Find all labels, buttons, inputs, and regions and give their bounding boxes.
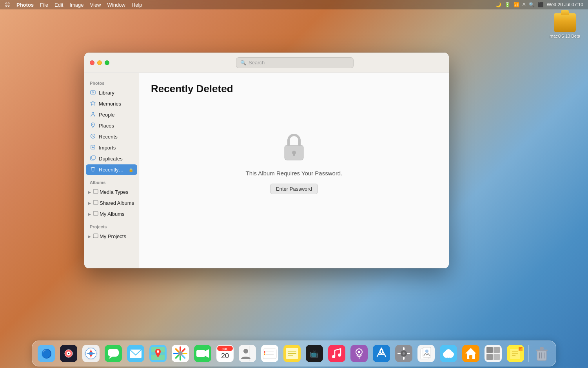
- menu-edit[interactable]: Edit: [54, 2, 63, 8]
- sidebar-item-places[interactable]: Places: [86, 120, 137, 131]
- mail-icon: [127, 345, 144, 362]
- svg-rect-112: [536, 350, 548, 351]
- menu-app-name[interactable]: Photos: [16, 2, 34, 8]
- dock-item-reminders[interactable]: [260, 343, 280, 364]
- menu-image[interactable]: Image: [69, 2, 83, 8]
- svg-text:📺: 📺: [310, 349, 319, 358]
- dock-item-calendar[interactable]: JUL 20: [215, 343, 235, 364]
- sysprefs-icon: [395, 345, 412, 362]
- svg-rect-11: [93, 211, 98, 215]
- sidebar-item-recents[interactable]: Recents: [86, 131, 137, 142]
- appletv-icon: 📺: [306, 345, 323, 362]
- sidebar-item-library[interactable]: Library: [86, 87, 137, 98]
- svg-marker-2: [91, 101, 95, 106]
- svg-rect-100: [494, 347, 500, 353]
- dock-item-finder[interactable]: 🔵: [36, 343, 56, 364]
- main-content: This Album Requires Your Password. Enter…: [139, 73, 449, 268]
- svg-point-63: [264, 353, 265, 355]
- dock-item-photos[interactable]: [170, 343, 191, 364]
- svg-rect-30: [108, 349, 119, 357]
- svg-point-89: [425, 350, 428, 353]
- minimize-button[interactable]: [97, 60, 102, 65]
- finder-icon: 🔵: [38, 345, 55, 362]
- duplicates-icon: [90, 155, 96, 162]
- recents-icon: [90, 133, 96, 140]
- dock-item-facetime[interactable]: [192, 343, 213, 364]
- reminders-icon: [261, 345, 278, 362]
- sidebar-item-duplicates[interactable]: Duplicates: [86, 153, 137, 164]
- sidebar-item-imports[interactable]: Imports: [86, 142, 137, 153]
- dock-item-stickies[interactable]: [505, 343, 526, 364]
- dock-item-notes[interactable]: [282, 343, 302, 364]
- photos-app-window: 🔍 Search Photos Library: [84, 53, 449, 268]
- apple-menu[interactable]: ⌘: [5, 2, 10, 8]
- expand-arrow-icon: ▶: [88, 212, 91, 216]
- svg-line-46: [176, 356, 178, 358]
- svg-text:20: 20: [221, 352, 229, 360]
- sidebar-section-albums: Albums: [84, 175, 139, 186]
- home-icon: [462, 345, 479, 362]
- search-icon[interactable]: 🔍: [529, 2, 535, 7]
- svg-rect-48: [196, 350, 205, 357]
- sidebar-item-media-types-label: Media Types: [100, 189, 128, 195]
- svg-point-3: [92, 112, 94, 114]
- maximize-button[interactable]: [105, 60, 109, 65]
- menu-view[interactable]: View: [90, 2, 101, 8]
- desktop-icon-label: macOS 13 Beta: [550, 34, 580, 38]
- dock-item-collage[interactable]: [483, 343, 503, 364]
- sidebar-item-my-projects-label: My Projects: [100, 233, 126, 239]
- dock-item-music[interactable]: [327, 343, 347, 364]
- sidebar-item-shared-albums[interactable]: ▶ Shared Albums: [86, 198, 137, 208]
- sidebar-item-recently-deleted[interactable]: Recently Del... 🔒: [86, 164, 137, 175]
- svg-text:JUL: JUL: [221, 347, 229, 351]
- my-projects-icon: [93, 233, 99, 240]
- svg-rect-83: [403, 357, 405, 360]
- sidebar-item-memories-label: Memories: [99, 101, 121, 107]
- dock-item-messages[interactable]: [103, 343, 123, 364]
- dock-item-preview[interactable]: [416, 343, 436, 364]
- contacts-icon: [239, 345, 256, 362]
- notes-icon: [283, 345, 301, 362]
- dock-item-podcasts[interactable]: [349, 343, 369, 364]
- menu-help[interactable]: Help: [132, 2, 142, 8]
- dock-item-trash[interactable]: [532, 343, 552, 364]
- shared-albums-icon: [93, 200, 99, 206]
- desktop-icon-macos[interactable]: macOS 13 Beta: [550, 13, 580, 38]
- launchpad-icon: [60, 345, 77, 362]
- sidebar-item-library-label: Library: [99, 90, 114, 96]
- dock-item-sysprefs[interactable]: [394, 343, 414, 364]
- dock-item-mail[interactable]: [125, 343, 146, 364]
- enter-password-button[interactable]: Enter Password: [270, 184, 318, 194]
- sidebar-item-people[interactable]: People: [86, 109, 137, 120]
- sidebar-item-memories[interactable]: Memories: [86, 98, 137, 109]
- svg-rect-9: [93, 189, 98, 193]
- control-center-icon[interactable]: ⬛: [538, 2, 544, 7]
- podcasts-icon: [350, 345, 368, 362]
- hard-drive-icon: [554, 13, 576, 32]
- sidebar-item-my-albums[interactable]: ▶ My Albums: [86, 209, 137, 219]
- sidebar-item-imports-label: Imports: [99, 145, 116, 151]
- dock-item-home[interactable]: [461, 343, 481, 364]
- dock-item-safari[interactable]: [81, 343, 101, 364]
- calendar-icon: JUL 20: [216, 345, 234, 362]
- battery-icon: 🔋: [505, 2, 510, 7]
- dock-item-appletv[interactable]: 📺: [304, 343, 325, 364]
- dock-item-cloudstorage[interactable]: [438, 343, 459, 364]
- sidebar-item-media-types[interactable]: ▶ Media Types: [86, 187, 137, 197]
- sidebar-item-my-projects[interactable]: ▶ My Projects: [86, 231, 137, 242]
- close-button[interactable]: [90, 60, 94, 65]
- preview-icon: [417, 345, 435, 362]
- wifi-icon: 📶: [514, 2, 519, 7]
- dock-item-contacts[interactable]: [237, 343, 258, 364]
- dock-item-launchpad[interactable]: [58, 343, 79, 364]
- sidebar-item-people-label: People: [99, 112, 114, 118]
- menu-bar: ⌘ Photos File Edit Image View Window Hel…: [0, 0, 588, 9]
- lock-message: This Album Requires Your Password.: [246, 170, 343, 177]
- search-bar[interactable]: 🔍 Search: [236, 57, 354, 68]
- menu-file[interactable]: File: [40, 2, 48, 8]
- dock-item-maps[interactable]: [148, 343, 168, 364]
- window-content: Photos Library: [84, 73, 449, 268]
- menu-window[interactable]: Window: [107, 2, 125, 8]
- memories-icon: [90, 100, 96, 107]
- dock-item-appstore[interactable]: [371, 343, 392, 364]
